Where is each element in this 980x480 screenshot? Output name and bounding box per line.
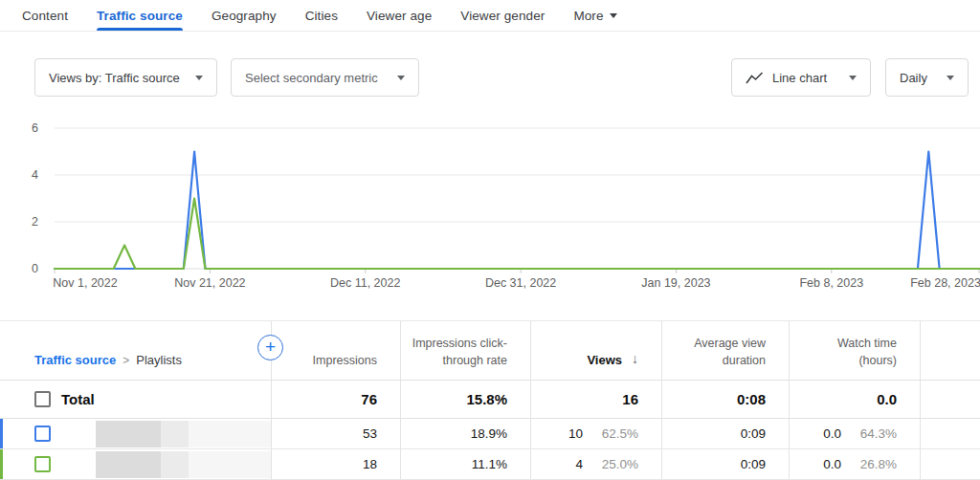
line-chart-icon [746, 72, 764, 84]
tab-viewer-gender[interactable]: Viewer gender [460, 0, 545, 31]
row-spacer [921, 449, 980, 479]
tab-label: Cities [305, 9, 338, 23]
interval-label: Daily [900, 71, 927, 85]
x-axis-tick-label: Jan 19, 2023 [641, 276, 710, 290]
y-axis-tick-label: 2 [10, 214, 38, 229]
table-row: 18 11.1% 425.0% 0:09 0.026.8% [0, 449, 980, 480]
breadcrumb: Traffic source>Playlists [34, 352, 182, 370]
table-header-row: Traffic source>Playlists + Impressions I… [0, 321, 980, 381]
tab-label: Content [22, 9, 68, 23]
row-views: 4 [575, 457, 583, 471]
row-spacer [921, 419, 980, 448]
total-spacer [921, 381, 980, 418]
table-total-row: Total 76 15.8% 16 0:08 0.0 [0, 381, 980, 419]
row-avg-duration: 0:09 [741, 457, 766, 471]
tab-more[interactable]: More [573, 0, 616, 31]
chart-type-dropdown[interactable]: Line chart [731, 58, 871, 97]
table-row: 53 18.9% 1062.5% 0:09 0.064.3% [0, 419, 980, 449]
tab-viewer-age[interactable]: Viewer age [367, 0, 432, 31]
interval-dropdown[interactable]: Daily [885, 58, 969, 97]
row-views-percent: 25.0% [594, 457, 638, 471]
column-header-spacer [921, 321, 980, 380]
total-watch-time: 0.0 [790, 381, 921, 418]
x-axis-tick-label: Dec 11, 2022 [330, 276, 400, 290]
row-impressions: 18 [363, 457, 377, 471]
add-metric-button[interactable]: + [257, 335, 283, 360]
total-avg-duration: 0:08 [662, 381, 790, 418]
total-impressions: 76 [272, 381, 401, 418]
total-row-label: Total [61, 391, 95, 407]
tab-label: Geography [212, 9, 277, 23]
traffic-source-table: Traffic source>Playlists + Impressions I… [0, 320, 980, 480]
views-by-label: Views by: Traffic source [49, 71, 180, 85]
row-avg-duration: 0:09 [741, 426, 766, 441]
column-header-impressions-ctr[interactable]: Impressions click-through rate [401, 321, 531, 380]
breadcrumb-separator: > [122, 354, 129, 367]
column-header-views[interactable]: Views↓ [531, 321, 662, 380]
chart-canvas [0, 114, 980, 300]
column-header-watch-time[interactable]: Watch time (hours) [790, 321, 921, 380]
tab-geography[interactable]: Geography [212, 0, 277, 31]
x-axis-tick-label: Feb 8, 2023 [799, 276, 863, 290]
x-axis-tick-label: Feb 28, 2023 [910, 276, 980, 290]
chevron-down-icon [947, 76, 954, 80]
total-ctr: 15.8% [401, 381, 531, 418]
redacted-row-label [96, 451, 271, 478]
row-checkbox[interactable] [34, 425, 51, 442]
x-axis-tick-label: Dec 31, 2022 [485, 276, 556, 290]
sort-descending-icon: ↓ [632, 350, 638, 369]
tab-label: More [573, 9, 603, 23]
column-header-avg-view-duration[interactable]: Average view duration [662, 321, 790, 380]
secondary-metric-label: Select secondary metric [245, 71, 378, 85]
row-watch-time: 0.0 [823, 457, 841, 471]
filter-row: Views by: Traffic source Select secondar… [0, 58, 980, 97]
row-ctr: 11.1% [472, 457, 507, 471]
row-color-bar [0, 419, 3, 448]
row-watch-time-percent: 64.3% [853, 426, 897, 441]
total-views: 16 [531, 381, 662, 418]
tab-label: Viewer age [367, 9, 432, 23]
breadcrumb-current-playlists: Playlists [136, 353, 182, 367]
chevron-down-icon [610, 13, 617, 18]
chevron-down-icon [849, 76, 857, 80]
y-axis-tick-label: 0 [10, 261, 38, 276]
breadcrumb-traffic-source-link[interactable]: Traffic source [34, 353, 116, 367]
y-axis-tick-label: 6 [10, 120, 38, 136]
x-axis-tick-label: Nov 1, 2022 [53, 276, 117, 290]
tab-label: Traffic source [97, 9, 183, 23]
row-ctr: 18.9% [471, 426, 507, 441]
column-header-impressions[interactable]: Impressions [272, 321, 401, 380]
views-by-dropdown[interactable]: Views by: Traffic source [34, 58, 217, 97]
row-impressions: 53 [363, 426, 377, 441]
chart-type-label: Line chart [772, 71, 827, 85]
analytics-tab-bar: ContentTraffic sourceGeographyCitiesView… [0, 0, 980, 32]
tab-cities[interactable]: Cities [305, 0, 338, 31]
row-watch-time-percent: 26.8% [853, 457, 897, 471]
y-axis-tick-label: 4 [10, 167, 38, 183]
row-views-percent: 62.5% [594, 426, 638, 441]
traffic-source-line-chart: 6420Nov 1, 2022Nov 21, 2022Dec 11, 2022D… [0, 114, 980, 300]
row-watch-time: 0.0 [823, 426, 841, 441]
redacted-row-label [96, 421, 271, 447]
row-color-bar [0, 449, 3, 479]
tab-content[interactable]: Content [22, 0, 68, 31]
row-checkbox[interactable] [34, 456, 51, 472]
x-axis-tick-label: Nov 21, 2022 [174, 276, 245, 290]
secondary-metric-dropdown[interactable]: Select secondary metric [231, 58, 419, 97]
series-playlist-row-2 [55, 199, 980, 270]
chevron-down-icon [195, 76, 203, 80]
tab-traffic-source[interactable]: Traffic source [97, 0, 183, 31]
tab-label: Viewer gender [460, 9, 545, 23]
row-views: 10 [568, 426, 583, 441]
total-row-checkbox[interactable] [34, 391, 51, 407]
chevron-down-icon [397, 76, 405, 80]
